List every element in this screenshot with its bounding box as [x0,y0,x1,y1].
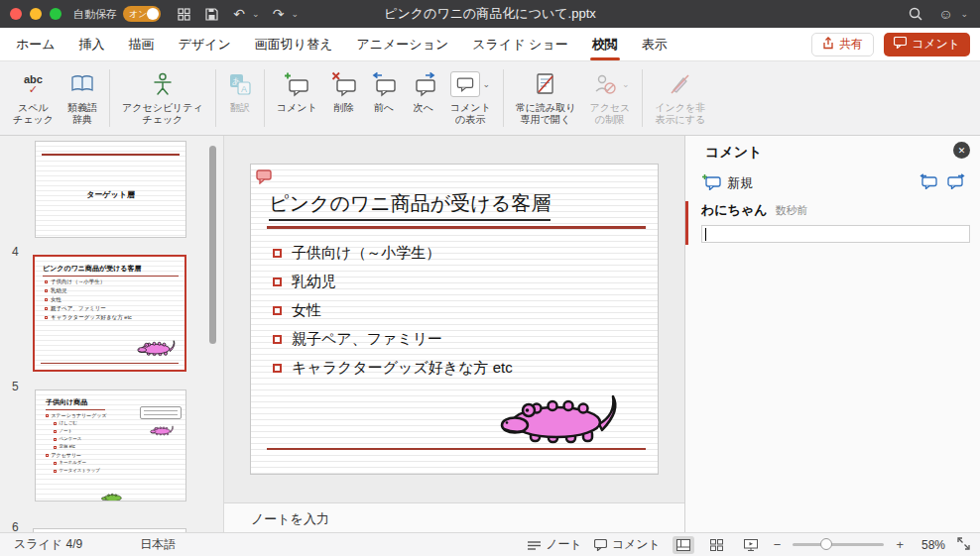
translate-button: あA 翻訳 [221,67,259,116]
bullet-square-icon [273,278,282,286]
previous-comment-nav-icon[interactable] [919,173,937,193]
fit-slide-button[interactable] [957,537,970,553]
slide-canvas[interactable]: ピンクのワニ商品が受ける客層 子供向け（～小学生） 乳幼児 女性 親子ペア、ファ… [251,165,658,474]
delete-comment-button[interactable]: 削除 [324,67,364,116]
next-comment-nav-icon[interactable] [947,173,966,193]
share-icon [822,37,834,53]
autosave-toggle-knob [147,8,159,20]
bullet-square-icon [45,289,48,292]
bullet-item: 乳幼児 [273,273,513,291]
tab-draw[interactable]: 描画 [127,28,157,61]
hide-ink-icon [669,69,692,99]
tab-transitions[interactable]: 画面切り替え [253,28,335,61]
new-comment-button[interactable]: コメント [270,67,324,116]
autosave-control[interactable]: 自動保存 オン [73,6,161,22]
powerpoint-window: 自動保存 オン ↶ ⌄ ↷ ⌄ ピンクのワニの商品化について.pptx ☺ ⌄ [0,0,980,556]
slide-bullet-list[interactable]: 子供向け（～小学生） 乳幼児 女性 親子ペア、ファミリー キャラクターグッズ好き… [273,244,513,388]
new-comment-control[interactable]: 新規 [701,173,753,193]
close-window-button[interactable] [10,8,22,20]
undo-icon[interactable]: ↶ [230,5,248,23]
save-icon[interactable] [202,5,220,23]
bullet-square-icon [273,335,282,344]
normal-view-icon [676,539,690,551]
notes-input-area[interactable]: ノートを入力 [224,502,684,532]
spell-check-button[interactable]: abc✓ スペルチェック [6,67,61,128]
pink-crocodile-drawing[interactable] [499,389,628,446]
zoom-in-button[interactable]: + [896,537,904,552]
thumb4-bottom-line [41,363,179,365]
redo-chevron-icon[interactable]: ⌄ [292,9,300,19]
slide-editor-area: ピンクのワニ商品が受ける客層 子供向け（～小学生） 乳幼児 女性 親子ペア、ファ… [224,136,684,532]
tab-animations[interactable]: アニメーション [354,28,450,61]
bullet-square-icon [54,446,57,449]
bullet-square-icon [45,298,48,301]
bullet-square-icon [54,422,57,425]
bullet-square-icon [54,438,57,441]
accessibility-check-button[interactable]: アクセシビリティチェック [115,67,210,128]
search-icon[interactable] [907,5,924,23]
comment-input[interactable] [702,228,969,244]
comments-statusbar-toggle[interactable]: コメント [594,536,661,553]
show-comments-button[interactable]: ⌄ コメントの表示 [443,67,498,128]
close-comments-icon[interactable]: ✕ [953,142,970,159]
account-chevron-icon: ⌄ [960,9,968,19]
thumbnail-slide-3[interactable]: ターゲット層 [35,141,186,238]
notes-icon [528,540,541,550]
bullet-square-icon [45,307,48,310]
comment-marker-icon[interactable] [256,169,273,188]
slide-sorter-view-button[interactable] [706,536,728,554]
thumbnail-scrollbar[interactable] [209,146,216,344]
next-comment-button[interactable]: 次へ [404,67,443,116]
tab-slideshow[interactable]: スライド ショー [470,28,569,61]
bullet-square-icon [54,430,57,433]
tab-review[interactable]: 校閲 [590,28,620,61]
tab-insert[interactable]: 挿入 [77,28,107,61]
zoom-slider-knob[interactable] [820,538,832,550]
comment-input-wrap [701,225,970,243]
bullet-square-icon [45,316,48,319]
account-icon[interactable]: ☺ [936,5,954,23]
bullet-item: キャラクターグッズ好きな方 etc [273,359,513,378]
thumb4-title: ピンクのワニ商品が受ける客層 [43,264,179,277]
redo-icon[interactable]: ↷ [270,5,288,23]
pink-crocodile-drawing [150,424,176,436]
slide-title[interactable]: ピンクのワニ商品が受ける客層 [269,190,551,221]
read-only-button[interactable]: 常に読み取り専用で開く [509,67,583,128]
share-button[interactable]: 共有 [811,33,874,56]
thumbnail-slide-4[interactable]: ピンクのワニ商品が受ける客層 子供向け（～小学生） 乳幼児 女性 親子ペア、ファ… [33,255,186,372]
previous-comment-button[interactable]: 前へ [364,67,404,116]
toolbar-separator [215,69,216,127]
thumbnail-slide-5[interactable]: 子供向け商品 ステーショナリーグッズ けしごむ ノート ペンケース 定規 etc… [35,389,186,501]
new-comment-icon [284,69,309,99]
comments-toggle-button[interactable]: コメント [884,33,970,56]
notes-placeholder: ノートを入力 [251,511,329,526]
normal-view-button[interactable] [673,536,694,554]
comment-card: わにちゃん 数秒前 [685,201,970,243]
thumb3-title: ターゲット層 [36,189,185,200]
language-indicator[interactable]: 日本語 [140,536,176,553]
thumb3-title-underline [42,154,180,156]
notes-toggle[interactable]: ノート [528,536,582,553]
undo-chevron-icon[interactable]: ⌄ [252,9,260,19]
zoom-window-button[interactable] [50,8,61,20]
callout-shape [140,406,182,419]
grid-icon[interactable] [175,5,192,23]
titlebar: 自動保存 オン ↶ ⌄ ↷ ⌄ ピンクのワニの商品化について.pptx ☺ ⌄ [0,0,980,28]
autosave-toggle[interactable]: オン [123,6,161,22]
autosave-label: 自動保存 [73,7,117,22]
tab-view[interactable]: 表示 [640,28,670,61]
thumbnail-number-4: 4 [12,245,19,259]
slideshow-view-button[interactable] [740,536,762,554]
tab-design[interactable]: デザイン [177,28,233,61]
bullet-square-icon [273,249,282,258]
comment-timestamp: 数秒前 [776,203,808,218]
restrict-access-icon: ⌄ [590,69,630,99]
zoom-out-button[interactable]: − [774,537,782,552]
thesaurus-button[interactable]: 類義語辞典 [61,67,104,128]
minimize-window-button[interactable] [30,8,42,20]
read-only-icon [535,69,556,99]
tab-home[interactable]: ホーム [14,28,58,61]
title-red-line [267,226,646,229]
zoom-slider[interactable] [793,543,884,546]
zoom-level[interactable]: 58% [916,538,945,552]
